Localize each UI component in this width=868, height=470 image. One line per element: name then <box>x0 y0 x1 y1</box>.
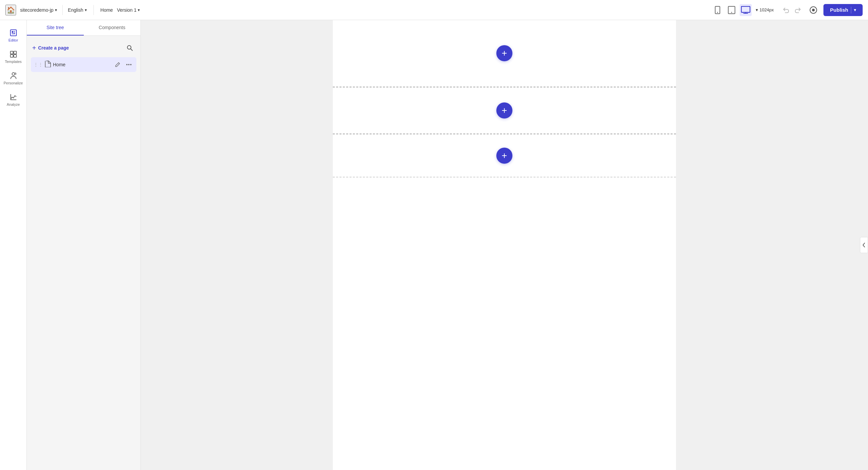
panel-tabs: Site tree Components <box>27 20 141 36</box>
svg-rect-11 <box>14 31 15 32</box>
canvas-inner: + + + <box>333 20 676 470</box>
add-section-1-icon: + <box>502 48 507 59</box>
panel: Site tree Components + Create a page <box>27 20 141 470</box>
language-selector[interactable]: English ▾ <box>68 7 87 13</box>
main-layout: Editor Templates <box>0 20 868 470</box>
canvas-area: + + + <box>141 20 868 470</box>
svg-rect-12 <box>14 32 15 33</box>
sidebar-item-editor[interactable]: Editor <box>2 26 25 45</box>
add-section-1-button[interactable]: + <box>496 45 513 61</box>
templates-icon <box>9 50 18 58</box>
page-name-label: Home <box>100 7 113 13</box>
collapse-panel-button[interactable] <box>860 237 868 253</box>
undo-button[interactable] <box>780 5 791 15</box>
page-section-3: + <box>333 134 676 177</box>
publish-button[interactable]: Publish ▾ <box>824 4 863 16</box>
language-label: English <box>68 7 84 13</box>
svg-rect-16 <box>10 55 13 57</box>
divider-2 <box>93 5 94 15</box>
svg-rect-4 <box>741 6 750 12</box>
editor-label: Editor <box>8 38 18 42</box>
templates-label: Templates <box>5 60 22 64</box>
tree-item-home[interactable]: ⋮⋮ Home ••• <box>31 57 136 72</box>
svg-point-3 <box>731 12 732 13</box>
add-section-3-button[interactable]: + <box>496 147 513 164</box>
svg-point-18 <box>12 73 15 75</box>
svg-rect-17 <box>14 55 17 57</box>
publish-chevron-icon: ▾ <box>854 8 856 12</box>
svg-rect-15 <box>14 51 17 54</box>
divider-1 <box>62 5 63 15</box>
page-section-1: + <box>333 20 676 87</box>
drag-handle-icon: ⋮⋮ <box>33 62 43 67</box>
version-label: Version 1 <box>117 7 136 13</box>
analyze-icon <box>9 93 18 101</box>
tree-item-more-button[interactable]: ••• <box>124 60 134 69</box>
tree-item-label: Home <box>53 62 111 67</box>
redo-button[interactable] <box>793 5 803 15</box>
sidebar-icons: Editor Templates <box>0 20 27 470</box>
version-chevron-icon: ▾ <box>138 8 140 12</box>
history-controls <box>780 5 803 15</box>
publish-label: Publish <box>830 7 848 13</box>
lang-chevron-icon: ▾ <box>85 8 87 12</box>
viewport-label: 1024px <box>760 7 774 12</box>
site-selector[interactable]: sitecoredemo-jp ▾ <box>20 7 57 13</box>
publish-divider <box>851 7 851 13</box>
home-button[interactable]: 🏠 <box>5 5 16 15</box>
search-button[interactable] <box>124 42 135 53</box>
sidebar-item-analyze[interactable]: Analyze <box>2 90 25 110</box>
desktop-device-button[interactable] <box>740 4 752 16</box>
tree-item-edit-button[interactable] <box>113 60 122 69</box>
add-section-3-icon: + <box>502 150 507 161</box>
create-page-label: Create a page <box>38 45 69 51</box>
editor-icon <box>9 29 18 37</box>
create-page-button[interactable]: + Create a page <box>32 44 69 52</box>
canvas-frame: + + + <box>141 20 868 470</box>
preview-button[interactable] <box>807 4 819 16</box>
svg-rect-10 <box>12 31 13 33</box>
create-page-plus-icon: + <box>32 44 36 52</box>
add-section-2-icon: + <box>502 105 507 116</box>
tablet-device-button[interactable] <box>725 4 738 16</box>
viewport-dropdown-icon: ▾ <box>756 7 758 12</box>
personalize-label: Personalize <box>4 81 23 85</box>
svg-point-1 <box>717 12 718 13</box>
page-section-2: + <box>333 87 676 134</box>
version-selector[interactable]: Version 1 ▾ <box>117 7 140 13</box>
add-section-2-button[interactable]: + <box>496 102 513 119</box>
page-info: Home <box>100 7 113 13</box>
personalize-icon <box>9 72 18 80</box>
svg-point-8 <box>812 9 815 11</box>
mobile-device-button[interactable] <box>712 4 723 16</box>
page-icon <box>45 61 51 69</box>
panel-content: + Create a page ⋮⋮ <box>27 36 141 470</box>
analyze-label: Analyze <box>7 102 20 106</box>
create-page-row: + Create a page <box>31 40 136 56</box>
tab-site-tree[interactable]: Site tree <box>27 20 84 35</box>
topbar: 🏠 sitecoredemo-jp ▾ English ▾ Home Versi… <box>0 0 868 20</box>
sidebar-item-templates[interactable]: Templates <box>2 47 25 67</box>
viewport-selector[interactable]: ▾ 1024px <box>756 7 774 12</box>
svg-rect-13 <box>12 33 15 34</box>
sidebar-item-personalize[interactable]: Personalize <box>2 68 25 88</box>
site-chevron-icon: ▾ <box>55 8 57 12</box>
svg-line-23 <box>131 49 132 51</box>
svg-rect-14 <box>10 51 13 54</box>
svg-point-19 <box>14 73 17 75</box>
site-name-label: sitecoredemo-jp <box>20 7 54 13</box>
device-icons <box>712 4 752 16</box>
tab-components[interactable]: Components <box>84 20 141 35</box>
